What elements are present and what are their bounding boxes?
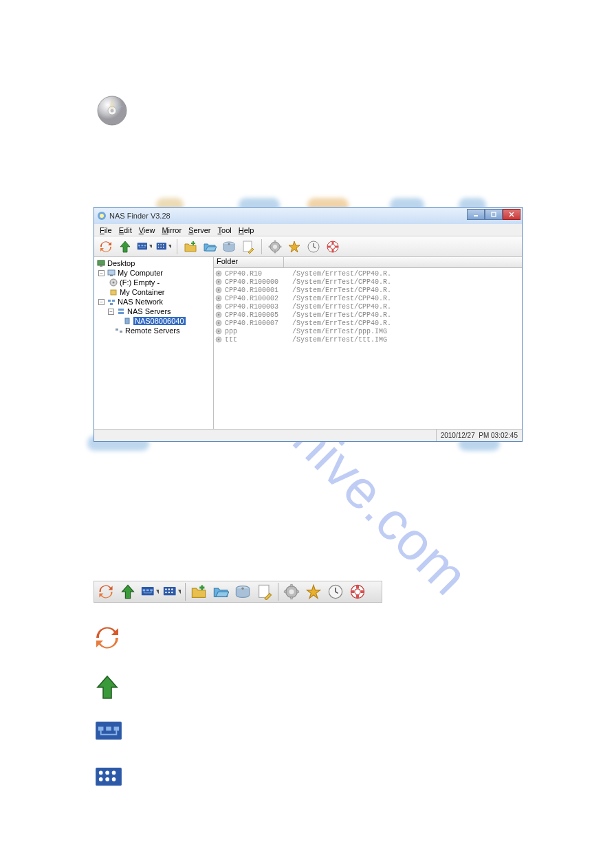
svg-rect-64 bbox=[143, 589, 146, 591]
file-row[interactable]: CPP40.R100005/System/ErrTest/CPP40.R. bbox=[215, 311, 520, 319]
svg-rect-81 bbox=[284, 591, 287, 592]
file-path: /System/ErrTest/CPP40.R. bbox=[292, 295, 520, 302]
file-row[interactable]: CPP40.R100007/System/ErrTest/CPP40.R. bbox=[215, 319, 520, 327]
svg-point-75 bbox=[241, 587, 244, 590]
up-icon[interactable] bbox=[118, 239, 133, 254]
newfolder-icon[interactable] bbox=[190, 583, 208, 601]
svg-point-4 bbox=[100, 214, 104, 218]
svg-rect-30 bbox=[98, 260, 105, 265]
file-name: CPP40.R100001 bbox=[223, 287, 292, 294]
column-folder[interactable]: Folder bbox=[214, 257, 284, 267]
toolbar-strip bbox=[94, 581, 382, 603]
lifebuoy-icon[interactable] bbox=[325, 239, 340, 254]
file-name: CPP40.R100005 bbox=[223, 311, 292, 319]
toolbar-separator bbox=[177, 239, 177, 254]
clock-icon[interactable] bbox=[306, 239, 321, 254]
svg-point-35 bbox=[113, 282, 115, 284]
file-path: /System/ErrTest/CPP40.R. bbox=[292, 278, 520, 286]
file-row[interactable]: CPP40.R10/System/ErrTest/CPP40.R. bbox=[215, 269, 520, 278]
svg-point-14 bbox=[163, 244, 164, 245]
gear-icon[interactable] bbox=[283, 583, 300, 601]
file-row[interactable]: CPP40.R100001/System/ErrTest/CPP40.R. bbox=[215, 286, 520, 294]
newfolder-icon[interactable] bbox=[183, 239, 198, 254]
svg-rect-37 bbox=[108, 300, 111, 302]
menu-view[interactable]: View bbox=[136, 226, 158, 234]
menu-edit[interactable]: Edit bbox=[116, 226, 135, 234]
svg-point-94 bbox=[99, 777, 103, 781]
svg-rect-79 bbox=[291, 584, 292, 587]
file-row[interactable]: CPP40.R100003/System/ErrTest/CPP40.R. bbox=[215, 302, 520, 311]
tree-desktop[interactable]: Desktop bbox=[107, 259, 135, 267]
clock-icon[interactable] bbox=[327, 583, 344, 601]
file-row[interactable]: CPP40.R100000/System/ErrTest/CPP40.R. bbox=[215, 278, 520, 286]
maximize-button[interactable] bbox=[485, 209, 503, 220]
file-list-header[interactable]: Folder bbox=[214, 257, 522, 268]
svg-rect-43 bbox=[116, 329, 118, 331]
file-path: /System/ErrTest/ppp.IMG bbox=[292, 328, 520, 335]
edit-icon[interactable] bbox=[241, 239, 256, 254]
svg-rect-24 bbox=[274, 251, 276, 253]
svg-rect-66 bbox=[150, 589, 153, 591]
file-path: /System/ErrTest/ttt.IMG bbox=[292, 336, 520, 344]
app-body: Desktop −My Computer (F:) Empty - My Con… bbox=[94, 257, 522, 429]
tree-selected-server[interactable]: NAS08006040 bbox=[133, 317, 186, 325]
menu-server[interactable]: Server bbox=[186, 226, 213, 234]
file-row[interactable]: ppp/System/ErrTest/ppp.IMG bbox=[215, 327, 520, 335]
minimize-button[interactable] bbox=[467, 209, 485, 220]
list-icon[interactable] bbox=[156, 239, 171, 254]
svg-point-29 bbox=[331, 244, 336, 249]
toolbar-separator bbox=[185, 583, 186, 601]
file-rows: CPP40.R10/System/ErrTest/CPP40.R.CPP40.R… bbox=[214, 268, 522, 345]
tree-drive-f[interactable]: (F:) Empty - bbox=[120, 278, 160, 287]
file-path: /System/ErrTest/CPP40.R. bbox=[292, 270, 520, 278]
hdd-icon[interactable] bbox=[234, 583, 252, 601]
svg-point-72 bbox=[168, 592, 170, 593]
menubar: File Edit View Mirror Server Tool Help bbox=[94, 224, 522, 236]
svg-point-15 bbox=[158, 246, 160, 247]
open-icon[interactable] bbox=[212, 583, 230, 601]
status-time: PM 03:02:45 bbox=[479, 432, 518, 439]
file-icon bbox=[215, 328, 222, 335]
file-path: /System/ErrTest/CPP40.R. bbox=[292, 311, 520, 319]
refresh-icon[interactable] bbox=[98, 239, 113, 254]
menu-tool[interactable]: Tool bbox=[215, 226, 234, 234]
svg-rect-40 bbox=[118, 309, 124, 311]
svg-point-48 bbox=[218, 281, 219, 282]
svg-rect-41 bbox=[118, 312, 124, 314]
close-button[interactable] bbox=[503, 209, 520, 220]
menu-mirror[interactable]: Mirror bbox=[159, 226, 184, 234]
window-titlebar[interactable]: NAS Finder V3.28 bbox=[94, 208, 522, 224]
star-icon[interactable] bbox=[305, 583, 322, 601]
file-list-pane[interactable]: Folder CPP40.R10/System/ErrTest/CPP40.R.… bbox=[214, 257, 522, 429]
tree-nasnetwork[interactable]: NAS Network bbox=[118, 298, 163, 306]
refresh-icon[interactable] bbox=[97, 583, 115, 601]
list-icon[interactable] bbox=[163, 583, 181, 601]
lifebuoy-icon[interactable] bbox=[349, 583, 366, 601]
app-icon bbox=[97, 211, 107, 221]
network-icon bbox=[107, 298, 116, 306]
svg-point-16 bbox=[160, 246, 162, 247]
tree-nasservers[interactable]: NAS Servers bbox=[127, 307, 171, 315]
edit-icon[interactable] bbox=[256, 583, 274, 601]
file-row[interactable]: CPP40.R100002/System/ErrTest/CPP40.R. bbox=[215, 294, 520, 302]
svg-point-96 bbox=[112, 777, 116, 781]
net-icon[interactable] bbox=[137, 239, 152, 254]
svg-point-58 bbox=[218, 322, 219, 324]
star-icon[interactable] bbox=[287, 239, 302, 254]
menu-file[interactable]: File bbox=[97, 226, 115, 234]
hdd-icon[interactable] bbox=[221, 239, 237, 254]
file-row[interactable]: ttt/System/ErrTest/ttt.IMG bbox=[215, 335, 520, 344]
tree-pane[interactable]: Desktop −My Computer (F:) Empty - My Con… bbox=[94, 257, 214, 429]
open-icon[interactable] bbox=[202, 239, 217, 254]
tree-container[interactable]: My Container bbox=[120, 288, 164, 296]
gear-icon[interactable] bbox=[267, 239, 283, 254]
svg-rect-11 bbox=[157, 243, 166, 249]
svg-rect-39 bbox=[110, 303, 113, 305]
tree-mycomputer[interactable]: My Computer bbox=[118, 269, 163, 277]
drive-icon bbox=[109, 278, 118, 287]
menu-help[interactable]: Help bbox=[236, 226, 257, 234]
server-icon bbox=[123, 317, 131, 325]
up-icon[interactable] bbox=[119, 583, 137, 601]
net-icon[interactable] bbox=[141, 583, 159, 601]
tree-remoteservers[interactable]: Remote Servers bbox=[125, 326, 179, 335]
